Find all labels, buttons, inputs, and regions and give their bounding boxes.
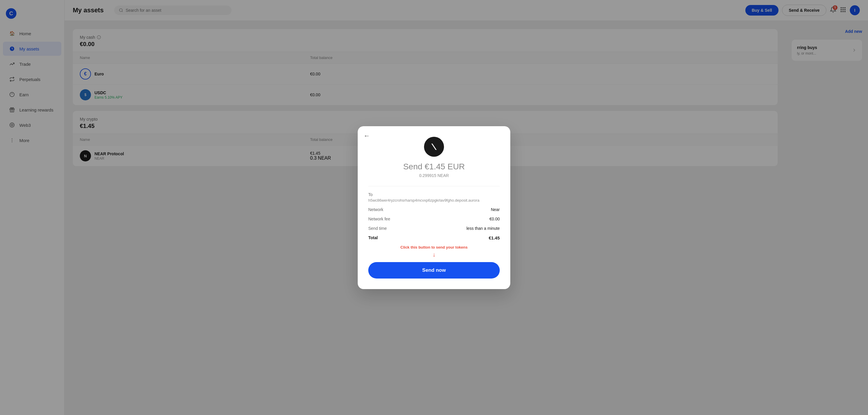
total-row: Total €1.45 [368, 235, 500, 240]
send-time-value: less than a minute [466, 226, 500, 231]
total-value: €1.45 [489, 235, 500, 240]
modal-divider [368, 186, 500, 186]
network-fee-label: Network fee [368, 216, 390, 221]
modal-near-icon [424, 137, 444, 157]
network-fee-row: Network fee €0.00 [368, 216, 500, 221]
to-address-section: To h5wc86wer4ryzcrohsrharsp4mcvxp6zpgkrl… [368, 192, 500, 203]
modal-coin-icon-wrap [368, 137, 500, 157]
send-time-row: Send time less than a minute [368, 226, 500, 231]
network-row: Network Near [368, 207, 500, 212]
to-label: To [368, 192, 500, 197]
network-label: Network [368, 207, 383, 212]
to-address: h5wc86wer4ryzcrohsrharsp4mcvxp6zpgkrlav9… [368, 198, 500, 203]
modal-subtitle: 0.299915 NEAR [368, 173, 500, 178]
hint-text: Click this button to send your tokens [368, 245, 500, 249]
modal-title: Send €1.45 EUR [368, 162, 500, 171]
send-confirmation-modal: ← Send €1.45 EUR 0.299915 NEAR To h5wc86… [358, 126, 510, 289]
send-time-label: Send time [368, 226, 387, 231]
modal-back-button[interactable]: ← [364, 132, 370, 140]
total-label: Total [368, 235, 378, 240]
network-value: Near [491, 207, 500, 212]
arrow-down-icon: ↓ [368, 251, 500, 258]
network-fee-value: €0.00 [490, 216, 500, 221]
send-now-button[interactable]: Send now [368, 262, 500, 278]
modal-overlay: ← Send €1.45 EUR 0.299915 NEAR To h5wc86… [0, 0, 868, 415]
